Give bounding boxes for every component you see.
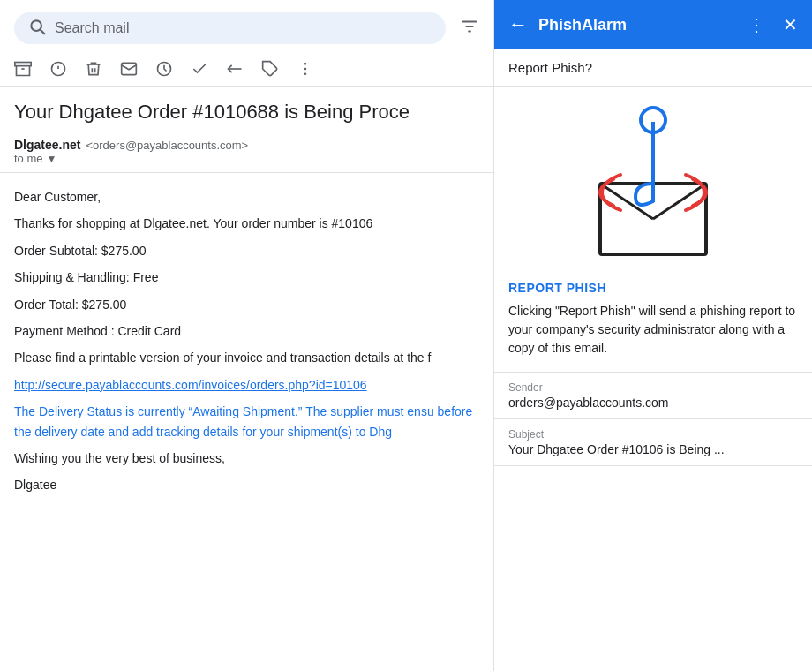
close-icon[interactable]: ✕	[783, 14, 798, 35]
subject-field: Subject Your Dhgatee Order #10106 is Bei…	[494, 419, 812, 466]
search-bar[interactable]: Search mail	[14, 12, 446, 44]
back-button[interactable]: ←	[508, 13, 528, 36]
phishalarm-header: ← PhishAlarm ⋮ ✕	[494, 0, 812, 49]
delivery-text: The Delivery Status is currently “Awaiti…	[14, 402, 479, 441]
email-meta: Dlgatee.net <orders@payablaccounts.com> …	[0, 131, 493, 173]
phish-illustration	[494, 87, 812, 281]
label-icon[interactable]	[261, 60, 279, 82]
subject-label: Subject	[508, 428, 798, 441]
search-bar-wrapper: Search mail	[0, 0, 493, 57]
order-shipping: Shipping & Handling: Free	[14, 268, 479, 287]
report-phish-title: REPORT PHISH	[494, 281, 812, 302]
menu-dots-icon[interactable]: ⋮	[748, 14, 765, 35]
phishalarm-title: PhishAlarm	[538, 16, 737, 34]
search-input[interactable]: Search mail	[55, 20, 432, 36]
sender-email: <orders@payablaccounts.com>	[86, 139, 248, 152]
body-intro: Thanks for shopping at Dlgatee.net. Your…	[14, 214, 479, 233]
greeting: Dear Customer,	[14, 187, 479, 207]
search-icon	[28, 18, 46, 39]
to-line: to me ▼	[14, 152, 479, 165]
svg-point-14	[304, 63, 307, 65]
sender-label: Sender	[508, 381, 798, 394]
sender-name: Dlgatee.net	[14, 138, 80, 152]
order-subtotal: Order Subtotal: $275.00	[14, 241, 479, 260]
to-dropdown-icon[interactable]: ▼	[47, 153, 57, 165]
svg-point-15	[304, 68, 307, 71]
filter-icon[interactable]	[460, 17, 479, 41]
svg-rect-5	[15, 63, 31, 66]
email-toolbar	[0, 57, 493, 87]
email-body: Dear Customer, Thanks for shopping at Dl…	[0, 173, 493, 516]
svg-point-16	[304, 73, 307, 76]
report-phish-label: Report Phish?	[494, 49, 812, 87]
sign-off: Dlgatee	[14, 475, 479, 494]
sender-field: Sender orders@payablaccounts.com	[494, 373, 812, 419]
phishalarm-panel: ← PhishAlarm ⋮ ✕ Report Phish? REPORT PH…	[494, 0, 812, 671]
sender-value: orders@payablaccounts.com	[508, 396, 798, 410]
svg-line-1	[41, 30, 45, 34]
email-icon[interactable]	[120, 60, 138, 82]
delete-icon[interactable]	[85, 60, 102, 82]
closing: Wishing you the very best of business,	[14, 449, 479, 468]
mark-done-icon[interactable]	[191, 60, 208, 82]
payment-method: Payment Method : Credit Card	[14, 321, 479, 341]
move-icon[interactable]	[226, 60, 244, 82]
order-total: Order Total: $275.00	[14, 295, 479, 314]
gmail-panel: Search mail	[0, 0, 494, 671]
invoice-text: Please find a printable version of your …	[14, 348, 479, 367]
archive-icon[interactable]	[14, 60, 32, 82]
spam-icon[interactable]	[49, 60, 67, 82]
phish-description: Clicking "Report Phish" will send a phis…	[494, 302, 812, 373]
more-options-icon[interactable]	[297, 60, 314, 82]
invoice-link[interactable]: http://secure.payablaccounts.com/invoice…	[14, 378, 367, 392]
subject-value: Your Dhgatee Order #10106 is Being ...	[508, 442, 798, 456]
email-subject: Your Dhgatee Order #1010688 is Being Pro…	[0, 87, 493, 131]
snooze-icon[interactable]	[155, 60, 173, 82]
